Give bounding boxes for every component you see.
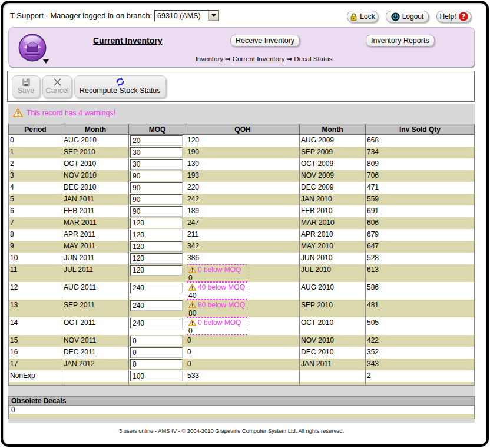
moq-input[interactable] xyxy=(130,182,183,193)
receive-inventory-button[interactable]: Receive Inventory xyxy=(230,35,300,47)
moq-input[interactable] xyxy=(130,218,183,228)
moq-input[interactable] xyxy=(130,371,183,381)
recompute-stock-status-button[interactable]: Recompute Stock Status xyxy=(74,75,166,98)
qoh-warning-message: 0 below MOQ xyxy=(188,266,247,274)
period-cell: 2 xyxy=(9,158,62,170)
moq-input[interactable] xyxy=(130,347,183,358)
breadcrumb-link-inventory[interactable]: Inventory xyxy=(196,55,223,62)
moq-input[interactable] xyxy=(130,359,183,370)
period-cell: 4 xyxy=(9,182,62,194)
inventory-row-3: 3NOV 2010193NOV 2009706 xyxy=(9,170,475,182)
moq-input[interactable] xyxy=(130,135,183,146)
moq-input[interactable] xyxy=(130,283,183,293)
month-cell: NOV 2010 xyxy=(62,170,129,182)
inv-sold-qty-cell: 734 xyxy=(366,147,475,158)
obsolete-decals-rows: 0 xyxy=(9,406,474,414)
moq-input[interactable] xyxy=(130,206,183,217)
qoh-cell: 386 xyxy=(186,253,300,264)
warning-triangle-icon xyxy=(188,301,196,308)
inventory-row-5: 5JAN 2011242JAN 2010559 xyxy=(9,194,475,205)
prior-month-cell: JUN 2010 xyxy=(300,253,366,264)
period-cell: 13 xyxy=(9,300,62,317)
month-cell: AUG 2011 xyxy=(62,282,129,300)
qoh-cell: 189 xyxy=(186,205,300,217)
qoh-cell: 80 below MOQ80 xyxy=(186,300,300,317)
prior-month-cell: OCT 2010 xyxy=(300,317,366,335)
moq-input[interactable] xyxy=(130,230,183,240)
lock-button[interactable]: Lock xyxy=(347,11,378,22)
moq-input[interactable] xyxy=(130,318,183,328)
period-cell: NonExp xyxy=(9,370,62,382)
footer-text: 3 users online - AMS IV - © 2004-2010 Gr… xyxy=(0,427,463,434)
module-header-band: Current Inventory Receive Inventory Inve… xyxy=(8,27,475,67)
module-menu-caret-icon[interactable] xyxy=(43,59,49,64)
qoh-cell: 0 xyxy=(186,359,300,370)
moq-input[interactable] xyxy=(130,265,183,276)
inventory-row-4: 4DEC 2010220DEC 2009471 xyxy=(9,182,475,194)
inventory-module-icon[interactable] xyxy=(18,34,47,62)
cancel-x-icon xyxy=(53,77,62,87)
obsolete-decals-section: Obsolete Decals 0 xyxy=(8,396,475,419)
obsolete-decals-row: 0 xyxy=(9,406,474,414)
inventory-row-7: 7MAR 2011247MAR 2010606 xyxy=(9,217,475,229)
col-header-month: Month xyxy=(62,124,129,135)
moq-input[interactable] xyxy=(130,159,183,170)
branch-select-arrow-button[interactable] xyxy=(208,11,218,21)
month-cell: DEC 2011 xyxy=(62,347,129,359)
period-cell: 16 xyxy=(9,347,62,359)
breadcrumb-link-current-inventory[interactable]: Current Inventory xyxy=(233,55,285,62)
content-panel: This record has 4 warnings! Period Month… xyxy=(8,104,475,423)
inv-sold-qty-cell: 2 xyxy=(366,370,475,382)
moq-cell xyxy=(129,194,186,205)
moq-input[interactable] xyxy=(130,336,183,346)
prior-month-cell xyxy=(300,370,366,382)
inv-sold-qty-cell: 586 xyxy=(366,282,475,300)
help-button[interactable]: Help! ? xyxy=(436,11,471,22)
moq-cell xyxy=(129,347,186,359)
moq-input[interactable] xyxy=(130,253,183,264)
col-header-month2: Month xyxy=(300,124,366,135)
save-button[interactable]: Save xyxy=(12,75,40,98)
month-cell: AUG 2010 xyxy=(62,135,129,147)
moq-input[interactable] xyxy=(130,194,183,205)
moq-input[interactable] xyxy=(130,171,183,181)
branch-select[interactable]: 69310 (AMS) xyxy=(154,10,219,21)
cancel-button[interactable]: Cancel xyxy=(42,75,72,98)
period-cell: 17 xyxy=(9,359,62,370)
breadcrumb-separator: ⇒ xyxy=(284,55,294,62)
qoh-cell: 211 xyxy=(186,229,300,241)
inventory-row-2: 2OCT 2010130OCT 2009809 xyxy=(9,158,475,170)
inventory-row-15: 15NOV 20110NOV 2010422 xyxy=(9,335,475,347)
period-cell: 8 xyxy=(9,229,62,241)
qoh-cell: 120 xyxy=(186,135,300,147)
page-title[interactable]: Current Inventory xyxy=(93,36,162,45)
month-cell: SEP 2010 xyxy=(62,147,129,158)
period-cell: 9 xyxy=(9,241,62,253)
period-cell: 14 xyxy=(9,317,62,335)
breadcrumb: Inventory⇒Current Inventory⇒Decal Status xyxy=(54,55,474,63)
logout-button[interactable]: Logout xyxy=(386,11,429,22)
period-cell: 5 xyxy=(9,194,62,205)
help-icon: ? xyxy=(459,12,468,21)
prior-month-cell: AUG 2010 xyxy=(300,282,366,300)
month-cell: SEP 2011 xyxy=(62,300,129,317)
toolbar: Save Cancel Recompute Stock Status xyxy=(7,71,475,102)
inventory-row-14: 14OCT 20110 below MOQ0OCT 2010505 xyxy=(9,317,475,335)
month-cell: OCT 2011 xyxy=(62,317,129,335)
chevron-down-icon xyxy=(211,14,216,17)
moq-cell xyxy=(129,217,186,229)
top-bar: T Support - Manager logged in on branch:… xyxy=(0,0,490,27)
prior-month-cell: DEC 2010 xyxy=(300,347,366,359)
moq-input[interactable] xyxy=(130,300,183,311)
obsolete-decals-title: Obsolete Decals xyxy=(9,397,474,406)
inv-sold-qty-cell: 691 xyxy=(366,205,475,217)
inventory-row-6: 6FEB 2011189FEB 2010691 xyxy=(9,205,475,217)
qoh-warning-box: 80 below MOQ80 xyxy=(187,300,247,317)
moq-input[interactable] xyxy=(130,241,183,252)
moq-cell xyxy=(129,229,186,241)
moq-input[interactable] xyxy=(130,147,183,158)
inventory-reports-button[interactable]: Inventory Reports xyxy=(366,35,435,47)
warning-triangle-icon xyxy=(188,319,196,326)
inv-sold-qty-cell: 559 xyxy=(366,194,475,205)
moq-cell xyxy=(129,158,186,170)
